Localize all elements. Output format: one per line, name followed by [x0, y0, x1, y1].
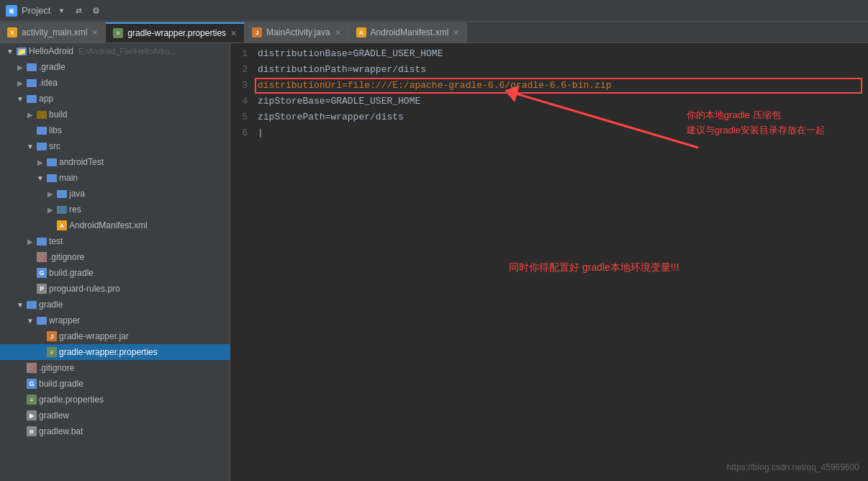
- label-helloadroid: HelloAdroid: [29, 46, 73, 56]
- label-gradle-wrapper-props: gradle-wrapper.properties: [59, 347, 158, 357]
- folder-icon-test: [37, 238, 47, 246]
- mid-annotation-text: 同时你得配置好 gradle本地环境变量!!!: [509, 261, 679, 273]
- sidebar-item-app[interactable]: ▼ app: [0, 91, 230, 107]
- tab-gradle-wrapper-props[interactable]: ≡ gradle-wrapper.properties ✕: [106, 22, 245, 42]
- tab-close-android-manifest[interactable]: ✕: [453, 28, 459, 37]
- folder-icon-helloadroid: 📁: [17, 48, 27, 55]
- line-numbers: 1 2 3 4 5 6: [230, 43, 252, 481]
- code-line-3: distributionUrl=file:///E:/apache-gradle…: [258, 78, 862, 94]
- sidebar: ▼ 📁 HelloAdroid E:\Android_File\HelloAdr…: [0, 43, 230, 481]
- label-build-gradle-root: build.gradle: [39, 379, 83, 389]
- label-build-gradle-app: build.gradle: [49, 268, 94, 278]
- sidebar-item-main[interactable]: ▼ main: [0, 170, 230, 186]
- code-text-5: zipStorePath=wrapper/dists: [258, 109, 404, 125]
- file-icon-gradle-wrapper-props: ≡: [47, 347, 57, 357]
- code-text-1: distributionBase=GRADLE_USER_HOME: [258, 46, 443, 62]
- folder-icon-app: [27, 95, 37, 103]
- tab-main-activity[interactable]: J MainActivity.java ✕: [245, 22, 348, 42]
- file-icon-build-gradle-root: G: [27, 379, 37, 389]
- sidebar-item-gradle-hidden[interactable]: ▶ .gradle: [0, 59, 230, 75]
- dropdown-icon[interactable]: ▾: [55, 4, 68, 17]
- label-gradle-root: gradle: [39, 300, 63, 310]
- label-src: src: [49, 141, 60, 151]
- label-androidtest: androidTest: [59, 157, 104, 167]
- sidebar-item-gitignore-root[interactable]: 🚫 .gitignore: [0, 360, 230, 376]
- sidebar-item-androidmanifest[interactable]: A AndroidManifest.xml: [0, 217, 230, 233]
- tab-activity-main[interactable]: X activity_main.xml ✕: [0, 22, 106, 42]
- sidebar-item-idea[interactable]: ▶ .idea: [0, 75, 230, 91]
- folder-icon-androidtest: [47, 158, 57, 166]
- sidebar-item-gradle-root[interactable]: ▼ gradle: [0, 297, 230, 313]
- tab-icon-props: ≡: [113, 28, 123, 38]
- sync-icon[interactable]: ⇄: [72, 4, 85, 17]
- tab-close-activity-main[interactable]: ✕: [91, 28, 98, 37]
- arrow-test: ▶: [26, 238, 35, 246]
- sidebar-item-java[interactable]: ▶ java: [0, 186, 230, 202]
- sidebar-item-wrapper[interactable]: ▼ wrapper: [0, 313, 230, 328]
- line-num-4: 4: [230, 94, 248, 109]
- folder-icon-main: [47, 174, 57, 182]
- tab-icon-java: J: [252, 27, 262, 37]
- code-line-2: distributionPath=wrapper/dists: [258, 62, 862, 78]
- sidebar-item-libs[interactable]: libs: [0, 122, 230, 138]
- sidebar-item-gradle-properties[interactable]: ≡ gradle.properties: [0, 392, 230, 408]
- folder-icon-gradle-root: [27, 301, 37, 309]
- tab-close-gradle-wrapper[interactable]: ✕: [230, 29, 237, 38]
- code-text-4: zipStoreBase=GRADLE_USER_HOME: [258, 94, 420, 109]
- arrow-androidtest: ▶: [36, 158, 45, 166]
- arrow-gradle-root: ▼: [16, 301, 24, 309]
- label-gradlew-bat: gradlew.bat: [39, 426, 83, 436]
- url-text: https://blog.csdn.net/qq_45969600: [727, 462, 859, 472]
- code-text-2: distributionPath=wrapper/dists: [258, 62, 426, 78]
- sidebar-item-helloadroid[interactable]: ▼ 📁 HelloAdroid E:\Android_File\HelloAdr…: [0, 43, 230, 59]
- folder-icon-res: [57, 206, 67, 214]
- sidebar-item-src[interactable]: ▼ src: [0, 138, 230, 154]
- tab-label-main-activity: MainActivity.java: [266, 27, 330, 37]
- tab-icon-xml: X: [7, 27, 17, 37]
- code-content[interactable]: distributionBase=GRADLE_USER_HOME distri…: [252, 43, 868, 481]
- project-icon: ▣: [6, 5, 17, 17]
- gear-icon[interactable]: ⚙: [89, 4, 102, 17]
- code-container: 1 2 3 4 5 6 distributionBase=GRADLE_USER…: [230, 43, 868, 481]
- file-icon-gradlew-bat: B: [27, 426, 37, 436]
- sidebar-item-gradle-wrapper-props[interactable]: ≡ gradle-wrapper.properties: [0, 344, 230, 360]
- sidebar-item-res[interactable]: ▶ res: [0, 202, 230, 217]
- label-gradle-properties: gradle.properties: [39, 395, 104, 405]
- sidebar-item-gradle-wrapper-jar[interactable]: J gradle-wrapper.jar: [0, 328, 230, 344]
- sidebar-item-test[interactable]: ▶ test: [0, 233, 230, 249]
- sidebar-item-proguard[interactable]: P proguard-rules.pro: [0, 281, 230, 297]
- label-libs: libs: [49, 125, 62, 135]
- tab-android-manifest[interactable]: A AndroidManifest.xml ✕: [349, 22, 468, 42]
- tab-label-activity-main: activity_main.xml: [22, 27, 87, 37]
- label-gradle-hidden: .gradle: [39, 62, 65, 72]
- sidebar-item-androidtest[interactable]: ▶ androidTest: [0, 154, 230, 170]
- main-content: ▼ 📁 HelloAdroid E:\Android_File\HelloAdr…: [0, 43, 868, 481]
- label-build: build: [49, 109, 67, 120]
- file-icon-gradle-wrapper-jar: J: [47, 331, 57, 341]
- label-test: test: [49, 236, 63, 246]
- file-icon-gradle-properties: ≡: [27, 395, 37, 405]
- label-wrapper: wrapper: [49, 315, 80, 325]
- file-icon-gitignore-root: 🚫: [27, 363, 37, 373]
- title-bar: ▣ Project ▾ ⇄ ⚙: [0, 0, 868, 22]
- arrow-src: ▼: [26, 143, 35, 150]
- tab-close-main-activity[interactable]: ✕: [335, 28, 341, 37]
- sidebar-item-gitignore-app[interactable]: 🚫 .gitignore: [0, 249, 230, 265]
- sidebar-item-gradlew-bat[interactable]: B gradlew.bat: [0, 423, 230, 439]
- line-num-6: 6: [230, 125, 248, 141]
- code-line-4: zipStoreBase=GRADLE_USER_HOME: [258, 94, 862, 109]
- tab-label-gradle-wrapper: gradle-wrapper.properties: [127, 28, 226, 38]
- code-text-3: distributionUrl=file:///E:/apache-gradle…: [258, 78, 611, 94]
- sidebar-item-gradlew[interactable]: ▶ gradlew: [0, 408, 230, 423]
- folder-icon-src: [37, 143, 47, 150]
- sidebar-item-build-gradle-app[interactable]: G build.gradle: [0, 265, 230, 281]
- label-res: res: [69, 204, 81, 215]
- label-main: main: [59, 173, 78, 183]
- editor-area: 1 2 3 4 5 6 distributionBase=GRADLE_USER…: [230, 43, 868, 481]
- sidebar-item-build[interactable]: ▶ build: [0, 107, 230, 122]
- label-gitignore-app: .gitignore: [49, 252, 84, 262]
- project-label: Project: [22, 5, 50, 16]
- sidebar-item-build-gradle-root[interactable]: G build.gradle: [0, 376, 230, 392]
- annotation-line1: 你的本地gradle 压缩包: [687, 108, 825, 123]
- annotation-line2: 建议与gradle安装目录存放在一起: [687, 123, 825, 138]
